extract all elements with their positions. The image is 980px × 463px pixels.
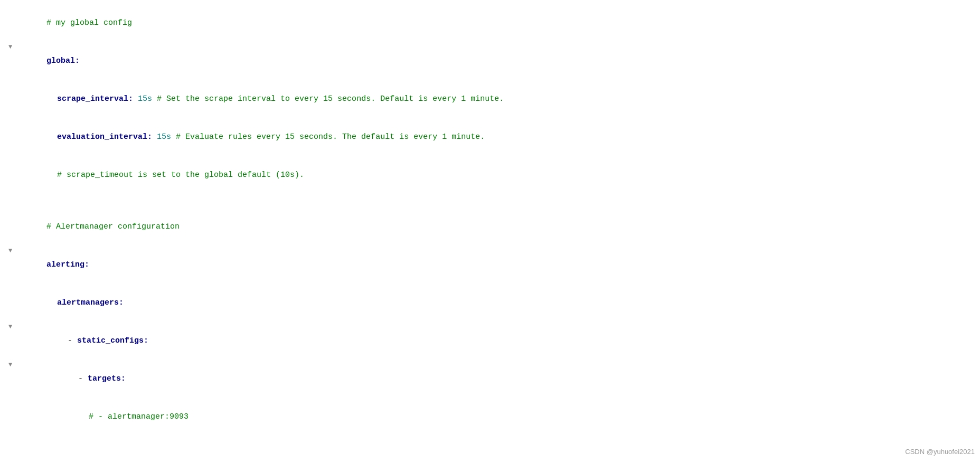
line-12: # - alertmanager:9093 [8,398,972,436]
line-14: # Load rules once and periodically evalu… [8,450,972,463]
watermark: CSDN @yuhuofei2021 [905,447,975,458]
key-targets-1: targets: [88,374,126,383]
fold-10[interactable]: ▼ [8,322,17,332]
val-eval-interval: 15s [152,133,171,141]
key-alertmanagers: alertmanagers: [57,298,124,307]
key-global: global: [46,56,80,65]
line-5: # scrape_timeout is set to the global de… [8,156,972,194]
line-empty-2 [8,436,972,450]
fold-8[interactable]: ▼ [8,246,17,256]
code-container: # my global config ▼ global: scrape_inte… [0,0,980,463]
line-2: ▼ global: [8,42,972,80]
dash-11: - [78,374,88,383]
line-empty-1 [8,194,972,208]
comment-scrape-interval: # Set the scrape interval to every 15 se… [152,95,504,103]
line-3: scrape_interval: 15s # Set the scrape in… [8,80,972,118]
fold-2[interactable]: ▼ [8,42,17,52]
comment-my-global-config: # my global config [46,18,132,27]
fold-11[interactable]: ▼ [8,360,17,370]
line-11: ▼ - targets: [8,360,972,398]
val-scrape-interval: 15s [133,95,152,103]
line-10: ▼ - static_configs: [8,322,972,360]
key-alerting: alerting: [46,260,89,269]
fold-3 [8,80,17,90]
key-static-configs-1: static_configs: [77,336,148,345]
line-1: # my global config [8,4,972,42]
line-9: alertmanagers: [8,284,972,322]
fold-1[interactable] [8,4,17,14]
dash-10: - [68,336,77,345]
line-7: # Alertmanager configuration [8,208,972,246]
fold-5 [8,156,17,166]
comment-eval-interval: # Evaluate rules every 15 seconds. The d… [171,133,485,141]
comment-alertmanager-target: # - alertmanager:9093 [89,412,189,421]
line-4: evaluation_interval: 15s # Evaluate rule… [8,118,972,156]
line-8: ▼ alerting: [8,246,972,284]
key-scrape-interval: scrape_interval: [57,95,133,103]
comment-alertmanager-config: # Alertmanager configuration [46,222,180,231]
fold-4 [8,118,17,128]
comment-scrape-timeout: # scrape_timeout is set to the global de… [57,171,304,179]
key-eval-interval: evaluation_interval: [57,133,152,141]
